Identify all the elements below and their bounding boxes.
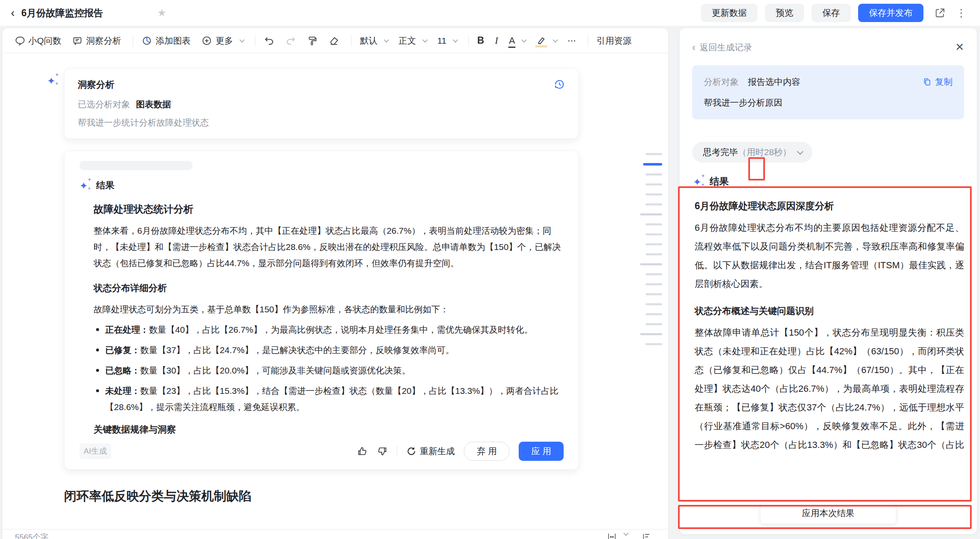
panel-heading: 6月份故障处理状态原因深度分析: [695, 200, 963, 213]
minimap-bar[interactable]: [646, 273, 662, 275]
chevron-down-icon: [384, 37, 389, 43]
minimap-bar[interactable]: [646, 343, 662, 345]
thinking-status-pill[interactable]: 思考完毕 （用时28秒）: [692, 142, 812, 163]
format-painter-button[interactable]: [307, 35, 318, 46]
chevron-down-icon: [624, 531, 629, 536]
chevron-down-icon: [553, 37, 558, 43]
redo-icon: [285, 35, 296, 46]
style-select[interactable]: 默认: [360, 35, 388, 47]
context-value: 报告选中内容: [748, 76, 800, 88]
minimap-bar[interactable]: [646, 323, 662, 325]
minimap-bar[interactable]: [646, 153, 662, 155]
apply-button[interactable]: 应 用: [519, 442, 564, 461]
minimap-bar[interactable]: [646, 253, 662, 255]
list-item: 已修复：数量【37】，占比【24.7%】，是已解决状态中的主要部分，反映修复效率…: [94, 342, 559, 358]
more-format-button[interactable]: ⋯: [567, 36, 576, 46]
minimap-bar[interactable]: [646, 203, 662, 205]
add-chart-button[interactable]: 添加图表: [141, 35, 191, 47]
result-bullet-list: 正在处理：数量【40】，占比【26.7%】，为最高比例状态，说明本月处理任务集中…: [94, 321, 564, 415]
panel-result-title: 结果: [710, 175, 729, 188]
outline-toggle-icon[interactable]: [641, 532, 651, 539]
minimap-bar[interactable]: [646, 243, 662, 245]
minimap-bar[interactable]: [640, 263, 662, 265]
list-item: 已忽略：数量【30】，占比【20.0%】，可能涉及非关键问题或资源优化决策。: [94, 362, 559, 378]
copy-button[interactable]: 复制: [923, 76, 953, 88]
selected-object-label: 已选分析对象: [78, 99, 130, 109]
save-publish-button[interactable]: 保存并发布: [858, 4, 923, 22]
minimap-bar[interactable]: [646, 183, 662, 185]
apply-result-button[interactable]: 应用本次结果: [760, 502, 896, 524]
regenerate-button[interactable]: 重新生成: [406, 445, 455, 457]
format-painter-icon: [307, 35, 318, 46]
chevron-down-icon: [240, 37, 245, 43]
update-data-button[interactable]: 更新数据: [701, 4, 757, 22]
minimap-bar[interactable]: [640, 213, 662, 215]
share-icon[interactable]: [934, 7, 946, 19]
minimap-bar[interactable]: [646, 303, 662, 305]
underline-color-button[interactable]: A: [509, 35, 525, 46]
paragraph-select[interactable]: 正文: [398, 35, 426, 47]
redo-button[interactable]: [285, 35, 296, 46]
chevron-down-icon: [453, 37, 458, 43]
insight-card: ✦✦✦ 洞察分析 已选分析对象图表数据 帮我进一步统计分析故障处理状态: [64, 68, 579, 139]
xiaoq-ask-button[interactable]: 小Q问数: [14, 35, 61, 47]
save-button[interactable]: 保存: [812, 4, 851, 22]
chevron-down-icon: [522, 37, 527, 43]
pie-chart-icon: [141, 35, 152, 46]
context-label: 分析对象: [704, 76, 739, 88]
document-title: 6月份故障监控报告: [21, 7, 103, 20]
close-icon[interactable]: ✕: [955, 41, 964, 54]
chevron-down-icon: [423, 37, 428, 43]
result-paragraph: 整体来看，6月份故障处理状态分布不均，其中【正在处理】状态占比最高（26.7%）…: [94, 223, 564, 271]
user-prompt: 帮我进一步分析原因: [704, 97, 953, 109]
back-icon[interactable]: ‹: [11, 7, 15, 19]
minimap-bar[interactable]: [646, 193, 662, 195]
insight-analysis-button[interactable]: 洞察分析: [72, 35, 121, 47]
document-body: ✦✦✦ 洞察分析 已选分析对象图表数据 帮我进一步统计分析故障处理状态 ✦✦✦ …: [2, 53, 668, 513]
minimap-bar[interactable]: [646, 313, 662, 315]
minimap-bar[interactable]: [646, 283, 662, 285]
panel-paragraph: 6月份故障处理状态分布不均的主要原因包括处理资源分配不足、流程效率低下以及问题分…: [695, 218, 964, 293]
skeleton-bar: [79, 161, 193, 170]
minimap-bar[interactable]: [646, 173, 662, 176]
page-width-control[interactable]: [607, 532, 627, 539]
minimap-bar[interactable]: [646, 233, 662, 235]
analysis-context-box: 分析对象 报告选中内容 复制 帮我进一步分析原因: [692, 65, 964, 119]
minimap-bar[interactable]: [646, 293, 662, 295]
more-tools-button[interactable]: 更多: [201, 35, 243, 47]
document-paragraph: 闭环状态（已修复和已忽略）占比44.7%，低于健康水平（目标>70%），具体原因…: [64, 512, 580, 513]
thumbs-up-icon[interactable]: [357, 446, 368, 457]
thumbs-down-icon[interactable]: [377, 446, 388, 457]
undo-button[interactable]: [264, 35, 275, 46]
top-bar: ‹ 6月份故障监控报告 ★ 更新数据 预览 保存 保存并发布 ⋮: [0, 0, 980, 26]
chevron-down-icon[interactable]: [797, 148, 804, 155]
eraser-button[interactable]: [329, 35, 339, 46]
minimap-bar[interactable]: [646, 223, 662, 225]
minimap-bar[interactable]: [640, 333, 662, 335]
selected-object-value: 图表数据: [136, 99, 171, 109]
italic-button[interactable]: I: [495, 35, 498, 46]
insight-prompt: 帮我进一步统计分析故障处理状态: [78, 117, 565, 129]
word-count: 5565个字: [15, 532, 48, 539]
ai-generated-badge: AI生成: [79, 443, 111, 459]
comment-icon: [72, 35, 83, 46]
ai-side-panel: ‹ 返回生成记录 ✕ 分析对象 报告选中内容 复制 帮我进一步分析原因 思考完毕…: [680, 28, 977, 534]
back-to-history-button[interactable]: ‹ 返回生成记录: [692, 42, 752, 53]
discard-button[interactable]: 弃 用: [464, 442, 510, 461]
minimap[interactable]: [640, 153, 662, 353]
bold-button[interactable]: B: [477, 35, 484, 46]
list-item: 未处理：数量【23】，占比【15.3%】，结合【需进一步检查】状态（数量【20】…: [94, 383, 559, 415]
font-size-select[interactable]: 11: [437, 36, 457, 46]
refresh-icon: [406, 446, 416, 456]
cite-resource-button[interactable]: 引用资源: [596, 35, 631, 47]
chat-bubble-icon: [14, 35, 25, 46]
result-paragraph: 故障处理状态可划分为五类，基于总单数【150】作为参照标准，各状态的数量和比例如…: [94, 301, 564, 317]
status-bar: 5565个字: [2, 529, 668, 539]
highlight-button[interactable]: [536, 36, 557, 46]
editor-toolbar: 小Q问数 洞察分析 添加图表 更多 默认 正文 11 B I A ⋯ 引用资源: [2, 28, 668, 53]
preview-button[interactable]: 预览: [765, 4, 804, 22]
more-menu-icon[interactable]: ⋮: [953, 7, 969, 20]
star-icon[interactable]: ★: [157, 7, 166, 19]
history-icon[interactable]: [554, 79, 565, 90]
minimap-bar[interactable]: [643, 163, 662, 166]
